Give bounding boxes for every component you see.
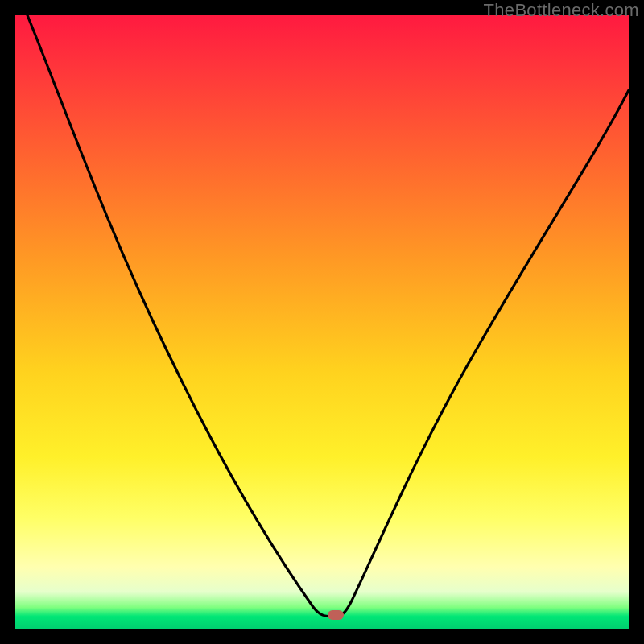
watermark-text: TheBottleneck.com (484, 0, 639, 21)
curve-path (27, 15, 629, 617)
bottleneck-curve (15, 15, 629, 629)
chart-frame: TheBottleneck.com (0, 0, 644, 644)
plot-area (15, 15, 629, 629)
optimum-marker (328, 610, 344, 620)
